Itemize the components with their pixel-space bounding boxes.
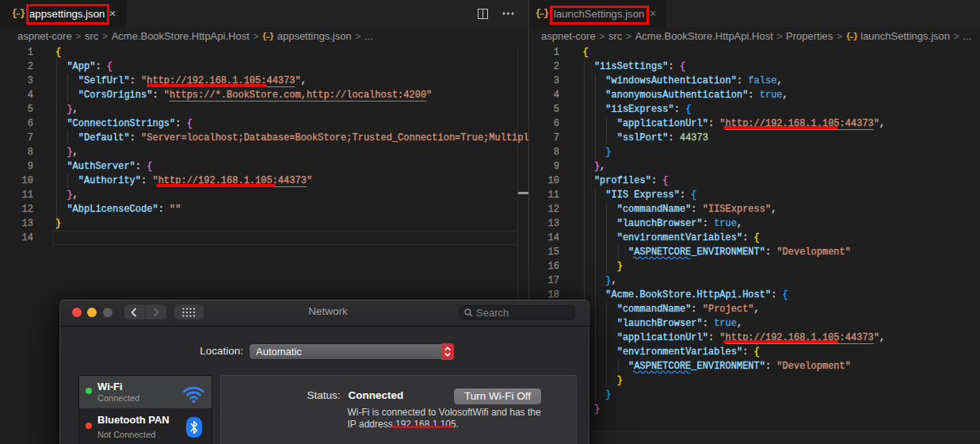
svg-text:{: { xyxy=(262,31,267,41)
svg-text:}: } xyxy=(543,7,550,19)
svg-text:{: { xyxy=(536,7,541,19)
svg-text:}: } xyxy=(269,31,274,41)
svg-text:{: { xyxy=(12,7,17,19)
svg-text:{: { xyxy=(846,31,851,41)
svg-text:}: } xyxy=(852,31,858,41)
svg-text:}: } xyxy=(20,7,26,19)
